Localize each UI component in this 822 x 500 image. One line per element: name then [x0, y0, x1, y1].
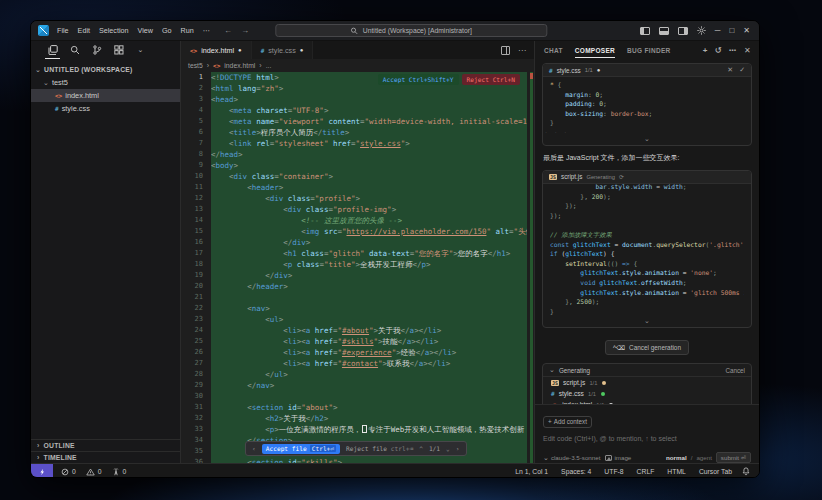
expand-chevron-icon[interactable]: ⌄	[543, 317, 751, 327]
chevron-down-icon[interactable]: ⌄	[446, 445, 450, 452]
command-center-search[interactable]: Untitled (Workspace) [Administrator]	[275, 24, 547, 37]
outline-section[interactable]: › OUTLINE	[31, 439, 180, 451]
add-context-button[interactable]: + Add context	[543, 416, 592, 428]
breadcrumb[interactable]: test5 › <> index.html › ...	[181, 59, 534, 72]
accept-file-button[interactable]: Accept fileCtrl+⏎	[262, 444, 340, 454]
remote-indicator[interactable]	[31, 464, 53, 478]
generating-cancel-button[interactable]: Cancel	[725, 367, 745, 374]
status-item-ln-1-col-1[interactable]: Ln 1, Col 1	[515, 468, 548, 475]
generating-header[interactable]: ⌄ Generating Cancel	[543, 364, 751, 377]
file-style-css[interactable]: # style.css	[31, 102, 180, 115]
tab-chat[interactable]: CHAT	[544, 41, 563, 59]
close-button[interactable]: ✕	[743, 26, 750, 35]
close-panel-icon[interactable]: ✕	[744, 46, 751, 55]
composer-content[interactable]: # style.css 1/1 ● ✕ ✓ * { margin: 0; pad…	[535, 59, 759, 404]
css-code-card: # style.css 1/1 ● ✕ ✓ * { margin: 0; pad…	[542, 63, 752, 146]
reject-card-icon[interactable]: ✕	[727, 66, 733, 74]
toggle-secondary-sidebar-icon[interactable]	[678, 27, 688, 35]
added-line: <div class="container">	[211, 171, 527, 182]
mode-agent[interactable]: agent	[696, 454, 711, 461]
timeline-label: TIMELINE	[44, 454, 77, 461]
more-actions-icon[interactable]: ⋯	[518, 46, 526, 55]
generating-files: JSscript.js1/1#style.css1/1<>index.html1…	[543, 377, 751, 404]
status-item-crlf[interactable]: CRLF	[637, 468, 655, 475]
card-header[interactable]: JS script.js Generating ⟳	[543, 171, 751, 184]
explorer-icon[interactable]	[47, 45, 58, 56]
search-sidebar-icon[interactable]	[69, 45, 80, 56]
composer-input-area: + Add context Edit code (Ctrl+I), @ to m…	[535, 404, 759, 463]
menu-item-go[interactable]: Go	[162, 26, 172, 35]
breadcrumb-symbol[interactable]: ...	[266, 62, 272, 69]
extensions-icon[interactable]	[113, 45, 124, 56]
menu-item-⋯[interactable]: ⋯	[203, 26, 210, 35]
status-item-cursor-tab[interactable]: Cursor Tab	[699, 468, 732, 475]
minimize-button[interactable]: ─	[715, 26, 721, 35]
timeline-section[interactable]: › TIMELINE	[31, 451, 180, 463]
mode-normal[interactable]: normal	[666, 454, 687, 461]
code-editor[interactable]: Accept Ctrl+Shift+Y Reject Ctrl+N 1<!DOC…	[181, 72, 534, 463]
composer-input[interactable]: Edit code (Ctrl+I), @ to mention, ↑ to s…	[543, 435, 751, 442]
file-index-html[interactable]: <> index.html	[31, 89, 180, 102]
code-line: 19 </div>	[181, 270, 534, 281]
back-icon[interactable]: ←	[224, 26, 232, 35]
cancel-generation-button[interactable]: ^⌫ Cancel generation	[605, 340, 689, 355]
generating-file-script-js[interactable]: JSscript.js1/1	[543, 377, 751, 388]
folder-test5[interactable]: ⌄ test5	[31, 76, 180, 89]
menu-item-run[interactable]: Run	[181, 26, 194, 35]
accept-card-icon[interactable]: ✓	[739, 66, 745, 74]
expand-chevron-icon[interactable]: ⌄	[543, 135, 751, 145]
modified-dot-icon[interactable]: ●	[300, 47, 304, 53]
warnings-indicator[interactable]: 0	[86, 468, 102, 476]
status-item-utf-8[interactable]: UTF-8	[604, 468, 623, 475]
split-editor-icon[interactable]	[501, 46, 510, 55]
chevron-down-icon: ⌄	[35, 66, 41, 74]
workspace-root[interactable]: ⌄ UNTITLED (WORKSPACE)	[31, 63, 180, 76]
image-attach-button[interactable]: image	[605, 454, 631, 461]
chevron-up-icon[interactable]: ^	[419, 445, 423, 452]
tab-style-css[interactable]: # style.css ●	[252, 41, 314, 59]
tab-composer[interactable]: COMPOSER	[575, 41, 615, 59]
status-item-html[interactable]: HTML	[667, 468, 686, 475]
sidebar-bottom-sections: › OUTLINE › TIMELINE	[31, 439, 180, 463]
reject-button[interactable]: Reject Ctrl+N	[462, 74, 520, 85]
reject-file-button[interactable]: Reject file ctrl+⌫	[346, 445, 413, 452]
more-icon[interactable]: ⋯	[729, 46, 737, 55]
model-selector[interactable]: ⌄ claude-3.5-sonnet	[543, 454, 600, 462]
maximize-button[interactable]: □	[729, 26, 734, 35]
generating-file-style-css[interactable]: #style.css1/1	[543, 388, 751, 399]
menu-item-edit[interactable]: Edit	[78, 26, 90, 35]
modified-dot-icon[interactable]: ●	[238, 47, 242, 53]
bell-icon[interactable]	[742, 467, 750, 476]
breadcrumb-file[interactable]: index.html	[224, 62, 255, 69]
source-control-icon[interactable]	[91, 45, 102, 56]
menu-item-view[interactable]: View	[138, 26, 153, 35]
errors-indicator[interactable]: 0	[61, 468, 76, 476]
breadcrumb-folder[interactable]: test5	[188, 62, 203, 69]
chevron-down-icon[interactable]: ⌄	[135, 45, 146, 56]
submit-button[interactable]: submit ⏎	[716, 452, 751, 463]
overview-ruler[interactable]	[527, 72, 534, 463]
tab-index-html[interactable]: <> index.html ●	[181, 41, 252, 59]
code-line: 14 <!-- 这里放置您的头像 -->	[181, 215, 534, 226]
ports-indicator[interactable]: 0	[112, 468, 127, 476]
tab-bug-finder[interactable]: BUG FINDER	[627, 41, 670, 59]
toggle-panel-icon[interactable]	[659, 27, 669, 35]
menu-item-file[interactable]: File	[57, 26, 69, 35]
chevron-left-icon[interactable]: ‹	[252, 445, 256, 452]
line-number: 17	[181, 248, 211, 259]
card-header[interactable]: # style.css 1/1 ● ✕ ✓	[543, 64, 751, 77]
status-item-spaces-4[interactable]: Spaces: 4	[561, 468, 591, 475]
code-line: 26 <li><a href="#experience">经验</a></li>	[181, 347, 534, 358]
file-label: style.css	[559, 390, 584, 397]
history-icon[interactable]: ↺	[715, 46, 722, 55]
forward-icon[interactable]: →	[241, 26, 249, 35]
toggle-sidebar-icon[interactable]	[640, 27, 650, 35]
cancel-generation-row: ^⌫ Cancel generation	[542, 340, 752, 355]
modified-dot-icon: ●	[597, 67, 601, 73]
accept-button[interactable]: Accept Ctrl+Shift+Y	[378, 74, 459, 85]
gear-icon[interactable]	[697, 26, 706, 35]
new-chat-icon[interactable]: +	[703, 46, 708, 55]
card-diff-count: 1/1	[585, 67, 593, 73]
chevron-right-icon[interactable]: ›	[456, 445, 460, 452]
menu-item-selection[interactable]: Selection	[99, 26, 129, 35]
